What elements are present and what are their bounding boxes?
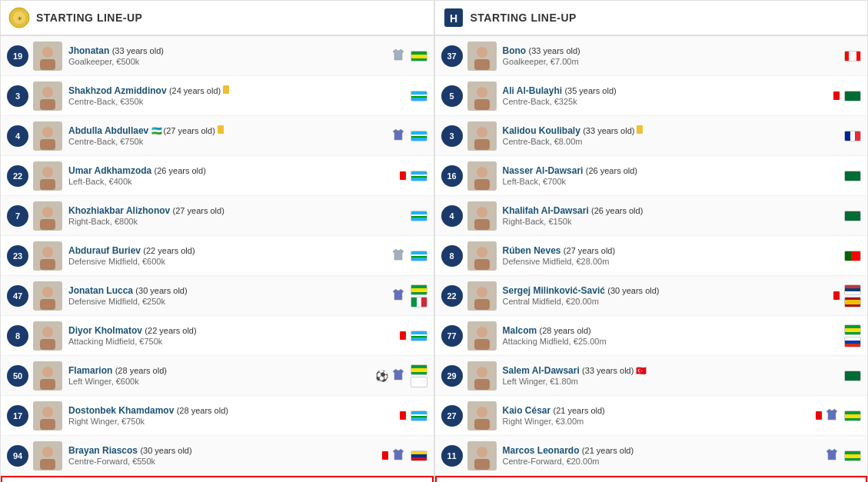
player-name[interactable]: Shakhzod Azmiddinov (24 years old) [68, 85, 406, 96]
player-details: Centre-Forward, €20.00m [503, 457, 825, 466]
player-action-icons [400, 331, 406, 340]
svg-point-63 [477, 367, 487, 377]
player-name[interactable]: Khozhiakbar Alizhonov (27 years old) [68, 205, 406, 216]
player-action-icons: ⚽ [375, 367, 406, 384]
player-name[interactable]: Jhonatan (33 years old) [68, 45, 391, 56]
svg-point-45 [477, 127, 487, 138]
svg-rect-20 [40, 259, 55, 270]
player-details: Left Winger, €600k [68, 377, 375, 386]
player-row: 16Nasser Al-Dawsari (26 years old)Left-B… [435, 156, 868, 196]
player-row: 47Jonatan Lucca (30 years old)Defensive … [1, 276, 434, 316]
svg-rect-35 [40, 459, 55, 470]
flag-br [844, 324, 861, 335]
player-flags [844, 211, 861, 221]
player-info: Marcos Leonardo (21 years old)Centre-For… [503, 445, 825, 466]
player-info: Umar Adkhamzoda (26 years old)Left-Back,… [68, 165, 400, 186]
player-number: 17 [7, 405, 28, 427]
player-name[interactable]: Ali Al-Bulayhi (35 years old) [503, 85, 834, 96]
player-details: Centre-Back, €325k [503, 97, 834, 106]
player-name[interactable]: Diyor Kholmatov (22 years old) [68, 325, 400, 336]
team-logo: ☀ [8, 7, 30, 28]
player-row: 50Flamarion (28 years old)Left Winger, €… [1, 356, 434, 396]
svg-rect-70 [474, 459, 490, 470]
soccer-ball-icon: ⚽ [375, 370, 388, 382]
player-name[interactable]: Sergej Milinković-Savić (30 years old) [503, 285, 834, 296]
player-number: 37 [441, 45, 463, 67]
svg-rect-40 [474, 59, 490, 70]
shirt-icon [391, 128, 406, 144]
player-number: 50 [7, 365, 28, 387]
svg-point-28 [42, 367, 53, 377]
svg-point-10 [42, 127, 53, 138]
player-name[interactable]: Umar Adkhamzoda (26 years old) [68, 165, 400, 176]
player-info: Sergej Milinković-Savić (30 years old)Ce… [503, 285, 834, 306]
player-flags [411, 364, 427, 387]
player-number: 8 [7, 325, 28, 347]
flag-es [844, 297, 861, 307]
team-panel: ☀STARTING LINE-UP19Jhonatan (33 years ol… [0, 0, 434, 482]
main-container: ☀STARTING LINE-UP19Jhonatan (33 years ol… [0, 0, 868, 482]
player-name[interactable]: Salem Al-Dawsari (33 years old)🇹🇷 [503, 365, 840, 376]
svg-rect-8 [40, 99, 55, 110]
player-number: 3 [7, 85, 28, 107]
player-details: Right-Back, €150k [503, 217, 840, 226]
shirt-icon [824, 447, 840, 464]
shirt-icon [391, 288, 406, 304]
player-name[interactable]: Khalifah Al-Dawsari (26 years old) [503, 205, 840, 216]
player-number: 4 [7, 125, 28, 147]
player-info: Flamarion (28 years old)Left Winger, €60… [68, 365, 375, 386]
player-details: Left Winger, €1.80m [503, 377, 840, 386]
player-row: 3Shakhzod Azmiddinov (24 years old)Centr… [1, 76, 434, 116]
player-action-icons [382, 447, 406, 464]
svg-point-4 [42, 47, 53, 58]
flag-br [411, 51, 427, 61]
player-name[interactable]: Abdurauf Buriev (22 years old) [68, 245, 391, 256]
flag-sa [844, 91, 861, 101]
red-card [400, 331, 406, 340]
player-name[interactable]: Kaio César (21 years old) [503, 405, 816, 416]
player-action-icons [833, 91, 840, 100]
player-info: Ali Al-Bulayhi (35 years old)Centre-Back… [503, 85, 834, 106]
svg-rect-26 [40, 339, 55, 350]
player-row: 27Kaio César (21 years old)Right Winger,… [435, 396, 868, 436]
player-name[interactable]: Abdulla Abdullaev 🇺🇿(27 years old) [68, 125, 391, 136]
player-details: Goalkeeper, €7.00m [503, 57, 840, 66]
player-avatar [33, 241, 62, 271]
player-number: 22 [441, 285, 463, 307]
player-row: 22Sergej Milinković-Savić (30 years old)… [435, 276, 868, 316]
player-name[interactable]: Bono (33 years old) [503, 45, 840, 56]
player-name[interactable]: Kalidou Koulibaly (33 years old) [503, 125, 840, 136]
player-action-icons [391, 288, 406, 304]
player-number: 7 [7, 205, 28, 227]
player-name[interactable]: Nasser Al-Dawsari (26 years old) [503, 165, 840, 176]
player-info: Nasser Al-Dawsari (26 years old)Left-Bac… [503, 165, 840, 186]
flag-uz [411, 131, 427, 141]
player-row: 4Abdulla Abdullaev 🇺🇿(27 years old)Centr… [1, 116, 434, 156]
player-name[interactable]: Malcom (28 years old) [503, 325, 840, 336]
player-name[interactable]: Flamarion (28 years old) [68, 365, 375, 376]
player-row: 4Khalifah Al-Dawsari (26 years old)Right… [435, 196, 868, 236]
player-name[interactable]: Dostonbek Khamdamov (28 years old) [68, 405, 400, 416]
team-footer: Foreigners: 4 (36.4%)Avg. age: 27.7Purch… [1, 476, 434, 482]
player-details: Defensive Midfield, €28.00m [503, 257, 840, 266]
player-row: 5Ali Al-Bulayhi (35 years old)Centre-Bac… [435, 76, 868, 116]
player-name[interactable]: Rúben Neves (27 years old) [503, 245, 840, 256]
player-details: Centre-Forward, €550k [68, 457, 382, 466]
player-info: Dostonbek Khamdamov (28 years old)Right … [68, 405, 400, 426]
player-name[interactable]: Brayan Riascos (30 years old) [68, 445, 382, 456]
flag-br [411, 284, 427, 295]
player-flags [411, 284, 427, 307]
svg-point-57 [477, 287, 487, 298]
player-info: Abdulla Abdullaev 🇺🇿(27 years old)Centre… [68, 125, 391, 146]
player-name[interactable]: Marcos Leonardo (21 years old) [503, 445, 825, 456]
svg-point-13 [42, 167, 53, 178]
player-action-icons [816, 407, 840, 424]
player-avatar [467, 161, 497, 191]
svg-point-54 [477, 247, 487, 258]
player-action-icons [391, 248, 406, 264]
player-info: Salem Al-Dawsari (33 years old)🇹🇷Left Wi… [503, 365, 840, 386]
player-flags [411, 91, 427, 101]
team-title: STARTING LINE-UP [36, 12, 142, 24]
player-name[interactable]: Jonatan Lucca (30 years old) [68, 285, 391, 296]
player-number: 94 [7, 445, 28, 467]
